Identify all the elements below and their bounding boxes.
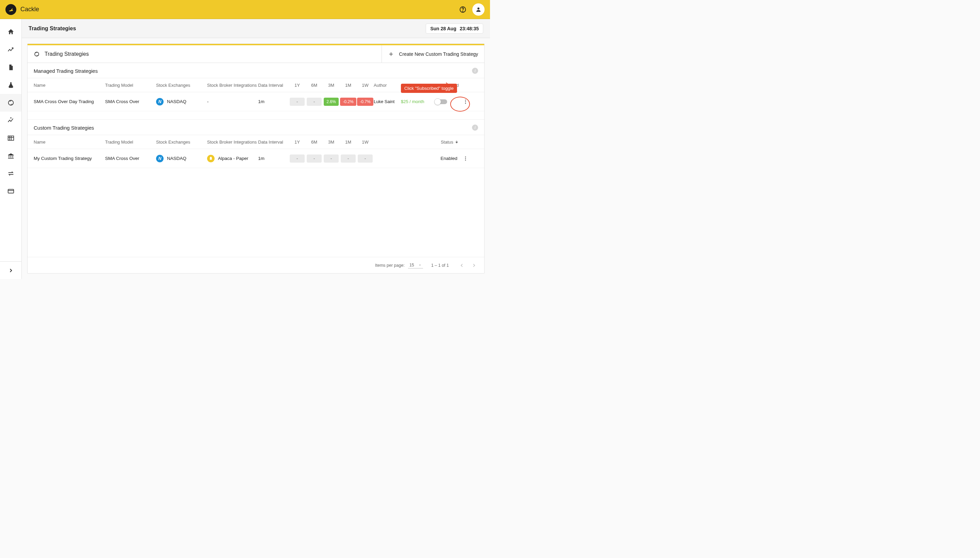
col-name: Name — [34, 83, 105, 88]
managed-section-header: Managed Trading Strategies i — [28, 63, 484, 78]
cell-broker: Alpaca - Paper — [207, 155, 258, 162]
managed-row[interactable]: SMA Cross Over Day Trading SMA Cross Ove… — [28, 92, 484, 111]
perf-1w: -0.7% — [357, 98, 373, 106]
custom-section-title: Custom Trading Strategies — [34, 125, 94, 131]
perf-6m: - — [307, 154, 322, 162]
annotation-text: Click "Subscribed" toggle — [404, 86, 453, 91]
paginator-next-button[interactable] — [469, 261, 479, 270]
sidebar-item-bank[interactable] — [0, 147, 21, 165]
exchange-label: NASDAQ — [167, 99, 187, 104]
create-strategy-button[interactable]: Create New Custom Trading Strategy — [381, 45, 484, 63]
help-button[interactable] — [456, 3, 470, 16]
sidebar-item-signals[interactable] — [0, 112, 21, 129]
sidebar-item-performance[interactable] — [0, 41, 21, 59]
col-1w: 1W — [357, 83, 374, 88]
sidebar-item-billing[interactable] — [0, 182, 21, 200]
svg-point-12 — [465, 159, 466, 161]
col-interval: Data Interval — [258, 140, 289, 144]
col-name: Name — [34, 140, 105, 144]
svg-rect-5 — [8, 190, 14, 193]
dropdown-icon — [418, 263, 422, 267]
broker-label: Alpaca - Paper — [218, 156, 248, 161]
svg-point-7 — [465, 100, 466, 101]
cell-author: Luke Saint — [374, 99, 401, 104]
perf-1m: -0.2% — [340, 98, 356, 106]
cell-exchange: N NASDAQ — [156, 98, 207, 105]
perf-6m: - — [307, 98, 322, 106]
svg-point-2 — [478, 8, 479, 10]
custom-row-menu-button[interactable] — [459, 149, 472, 168]
col-exchanges: Stock Exchanges — [156, 83, 207, 88]
cell-price: $25 / month — [401, 99, 424, 104]
card-header: Trading Strategies Create New Custom Tra… — [28, 45, 484, 63]
create-strategy-label: Create New Custom Trading Strategy — [399, 51, 478, 57]
perf-3m: - — [324, 154, 339, 162]
custom-info-icon[interactable]: i — [472, 125, 478, 131]
perf-3m: 2.6% — [324, 98, 339, 106]
sidebar-nav — [0, 19, 22, 279]
sidebar-item-transfers[interactable] — [0, 165, 21, 182]
col-status[interactable]: Status — [438, 140, 459, 144]
sidebar-item-home[interactable] — [0, 23, 21, 41]
datetime-time: 23:48:35 — [460, 26, 479, 31]
cell-model: SMA Cross Over — [105, 156, 156, 161]
perf-1w: - — [358, 154, 373, 162]
col-1w: 1W — [357, 140, 374, 144]
col-6m: 6M — [306, 83, 323, 88]
col-1y: 1Y — [289, 83, 306, 88]
brand-name: Cackle — [20, 6, 39, 13]
cell-exchange: N NASDAQ — [156, 155, 207, 162]
witch-logo-icon — [5, 4, 16, 15]
sidebar-item-portfolio[interactable] — [0, 129, 21, 147]
col-model: Trading Model — [105, 83, 156, 88]
sort-down-icon — [455, 140, 459, 144]
page-size-select[interactable]: 15 — [408, 262, 423, 268]
col-3m: 3M — [323, 83, 340, 88]
paginator-range: 1 – 1 of 1 — [431, 263, 449, 268]
col-3m: 3M — [323, 140, 340, 144]
sidebar-item-lab[interactable] — [0, 76, 21, 94]
col-exchanges: Stock Exchanges — [156, 140, 207, 144]
datetime-chip: Sun 28 Aug 23:48:35 — [426, 23, 483, 34]
strategies-icon — [34, 51, 40, 57]
cell-status: Enabled — [438, 156, 459, 161]
toggle-knob — [434, 98, 441, 105]
col-1y: 1Y — [289, 140, 306, 144]
col-1m: 1M — [340, 83, 357, 88]
sidebar-item-documents[interactable] — [0, 59, 21, 76]
custom-table-header: Name Trading Model Stock Exchanges Stock… — [28, 135, 484, 149]
custom-row[interactable]: My Custom Trading Strategy SMA Cross Ove… — [28, 149, 484, 168]
cell-broker: - — [207, 99, 258, 104]
page-title-bar: Trading Strategies Sun 28 Aug 23:48:35 — [22, 19, 490, 38]
managed-info-icon[interactable]: i — [472, 68, 478, 74]
exchange-label: NASDAQ — [167, 156, 187, 161]
strategies-card: Trading Strategies Create New Custom Tra… — [27, 44, 484, 274]
page-title: Trading Strategies — [29, 26, 76, 31]
cell-interval: 1m — [258, 99, 289, 104]
alpaca-icon — [207, 155, 214, 162]
user-avatar-button[interactable] — [472, 3, 484, 16]
paginator-prev-button[interactable] — [457, 261, 466, 270]
perf-1y: - — [290, 98, 305, 106]
custom-strategies-table: Name Trading Model Stock Exchanges Stock… — [28, 135, 484, 168]
col-model: Trading Model — [105, 140, 156, 144]
custom-section-header: Custom Trading Strategies i — [28, 120, 484, 135]
svg-point-9 — [465, 103, 466, 104]
col-brokers: Stock Broker Integrations — [207, 83, 258, 88]
cell-model: SMA Cross Over — [105, 99, 156, 104]
perf-1m: - — [341, 154, 356, 162]
col-6m: 6M — [306, 140, 323, 144]
col-author: Author — [374, 83, 401, 88]
subscribed-toggle[interactable] — [435, 99, 447, 104]
cell-interval: 1m — [258, 156, 289, 161]
managed-section-title: Managed Trading Strategies — [34, 68, 98, 74]
app-header: Cackle — [0, 0, 490, 19]
col-1m: 1M — [340, 140, 357, 144]
col-interval: Data Interval — [258, 83, 289, 88]
nasdaq-icon: N — [156, 155, 164, 162]
managed-row-menu-button[interactable] — [459, 92, 472, 111]
sidebar-expand-button[interactable] — [0, 261, 21, 279]
sidebar-item-strategies[interactable] — [0, 94, 21, 112]
brand-logo[interactable]: Cackle — [5, 4, 39, 15]
datetime-date: Sun 28 Aug — [430, 26, 456, 31]
